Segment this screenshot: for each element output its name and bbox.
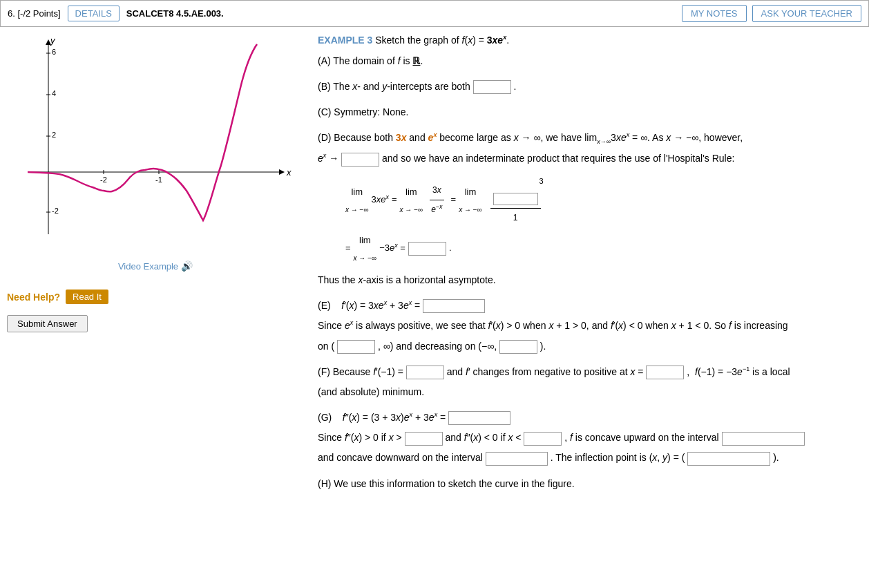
section-f-text: (F) Because f′(−1) = and f′ changes from… bbox=[318, 363, 862, 381]
x-axis-label: x bbox=[286, 167, 292, 178]
right-panel: EXAMPLE 3 Sketch the graph of f(x) = 3xe… bbox=[311, 34, 862, 501]
x-neg1-label: -1 bbox=[155, 176, 162, 184]
section-e-intervals: on ( , ∞) and decreasing on (−∞, ). bbox=[318, 338, 862, 355]
example-title: EXAMPLE 3 Sketch the graph of f(x) = 3xe… bbox=[318, 34, 862, 46]
f-deriv-input[interactable] bbox=[406, 366, 444, 379]
section-c-text: (C) Symmetry: None. bbox=[318, 104, 862, 121]
points-label: 6. [-/2 Points] bbox=[8, 8, 61, 19]
need-help-label: Need Help? bbox=[7, 292, 60, 303]
y-label: 6 bbox=[52, 48, 56, 56]
section-f: (F) Because f′(−1) = and f′ changes from… bbox=[318, 363, 862, 401]
top-bar-left: 6. [-/2 Points] DETAILS SCALCET8 4.5.AE.… bbox=[8, 6, 224, 21]
lim-block-4: lim x → −∞ bbox=[354, 231, 377, 266]
my-notes-button[interactable]: MY NOTES bbox=[682, 5, 747, 22]
d-limit-input[interactable] bbox=[341, 153, 379, 167]
section-a-text: (A) The domain of f is ℝ. bbox=[318, 53, 862, 70]
ask-teacher-button[interactable]: ASK YOUR TEACHER bbox=[752, 5, 861, 22]
section-e: (E) f′(x) = 3xex + 3ex = Since ex is alw… bbox=[318, 297, 862, 355]
section-e-note: Since ex is always positive, we see that… bbox=[318, 317, 862, 334]
submit-row: Submit Answer bbox=[7, 315, 304, 332]
y-axis-label: y bbox=[50, 35, 56, 46]
svg-marker-3 bbox=[279, 169, 285, 175]
curve-path bbox=[28, 44, 257, 220]
g-inflection-input[interactable] bbox=[687, 452, 770, 466]
x-neg2-label: -2 bbox=[100, 176, 107, 184]
d-math-row1: lim x → −∞ 3xex = lim x → −∞ 3x e−x = bbox=[345, 173, 862, 227]
section-d-text2: ex → and so we have an indeterminate pro… bbox=[318, 150, 862, 167]
section-b: (B) The x- and y-intercepts are both . bbox=[318, 78, 862, 95]
d-math-block: lim x → −∞ 3xex = lim x → −∞ 3x e−x = bbox=[345, 173, 862, 266]
section-e-text: (E) f′(x) = 3xex + 3ex = bbox=[318, 297, 862, 314]
section-h: (H) We use this information to sketch th… bbox=[318, 475, 862, 493]
example-label: EXAMPLE 3 bbox=[318, 35, 372, 46]
section-g: (G) f″(x) = (3 + 3x)ex + 3ex = Since f″(… bbox=[318, 409, 862, 467]
section-a: (A) The domain of f is ℝ. bbox=[318, 53, 862, 70]
video-example-link[interactable]: Need Help? Video Example 🔊 bbox=[7, 260, 304, 272]
speaker-icon: 🔊 bbox=[181, 260, 193, 272]
submit-button[interactable]: Submit Answer bbox=[7, 315, 88, 332]
details-button[interactable]: DETAILS bbox=[68, 6, 120, 21]
section-d: (D) Because both 3x and ex become large … bbox=[318, 129, 862, 289]
need-help-row: Need Help? Read It bbox=[7, 285, 304, 308]
section-h-text: (H) We use this information to sketch th… bbox=[318, 475, 862, 493]
section-f-text2: (and absolute) minimum. bbox=[318, 383, 862, 401]
fraction-3x-ex: 3x e−x bbox=[428, 181, 445, 218]
g-concave-down-interval-input[interactable] bbox=[486, 452, 548, 466]
lim-block-1: lim x → −∞ bbox=[345, 182, 369, 218]
lim-block-3: lim x → −∞ bbox=[459, 182, 482, 218]
e-derivative-input[interactable] bbox=[423, 299, 485, 313]
section-g-text: (G) f″(x) = (3 + 3x)ex + 3ex = bbox=[318, 409, 862, 426]
g-concave-down-input[interactable] bbox=[524, 432, 562, 446]
e-inc-left-input[interactable] bbox=[337, 340, 375, 354]
section-g-note: Since f″(x) > 0 if x > and f″(x) < 0 if … bbox=[318, 429, 862, 446]
d-lim-num-input[interactable] bbox=[493, 193, 538, 205]
main-content: 6 4 2 -2 -2 -1 x y bbox=[0, 27, 869, 508]
b-intercept-input[interactable] bbox=[473, 80, 511, 94]
fraction-with-3: 3 1 bbox=[488, 173, 544, 227]
graph-svg: 6 4 2 -2 -2 -1 x y bbox=[7, 34, 297, 248]
read-it-button[interactable]: Read It bbox=[66, 290, 108, 304]
left-panel: 6 4 2 -2 -2 -1 x y bbox=[7, 34, 304, 501]
d-asymptote-text: Thus the x-axis is a horizontal asymptot… bbox=[318, 272, 862, 289]
d-math-row2: = lim x → −∞ −3ex = . bbox=[345, 231, 862, 266]
section-d-text1: (D) Because both 3x and ex become large … bbox=[318, 129, 862, 147]
section-g-note2: and concave downward on the interval . T… bbox=[318, 449, 862, 466]
graph-container: 6 4 2 -2 -2 -1 x y bbox=[7, 34, 297, 255]
video-example-label: Video Example bbox=[118, 261, 178, 272]
example-description: Sketch the graph of f(x) = 3xex. bbox=[375, 35, 509, 46]
problem-code: SCALCET8 4.5.AE.003. bbox=[126, 8, 224, 19]
g-concave-up-input[interactable] bbox=[405, 432, 443, 446]
g-concave-up-interval-input[interactable] bbox=[722, 432, 805, 446]
y2-label: 2 bbox=[52, 131, 56, 139]
fraction-3-numerator: 1 bbox=[490, 190, 541, 227]
top-bar-right: MY NOTES ASK YOUR TEACHER bbox=[682, 5, 861, 22]
lim-block-2: lim x → −∞ bbox=[400, 182, 423, 218]
g-second-deriv-input[interactable] bbox=[448, 411, 510, 425]
y-neg2-label: -2 bbox=[52, 207, 59, 215]
y4-label: 4 bbox=[52, 89, 56, 97]
top-bar: 6. [-/2 Points] DETAILS SCALCET8 4.5.AE.… bbox=[0, 0, 869, 27]
d-lim-result-input[interactable] bbox=[408, 242, 446, 256]
section-b-text: (B) The x- and y-intercepts are both . bbox=[318, 78, 862, 95]
section-c: (C) Symmetry: None. bbox=[318, 104, 862, 121]
e-dec-right-input[interactable] bbox=[499, 340, 537, 354]
f-xval-input[interactable] bbox=[646, 366, 684, 379]
